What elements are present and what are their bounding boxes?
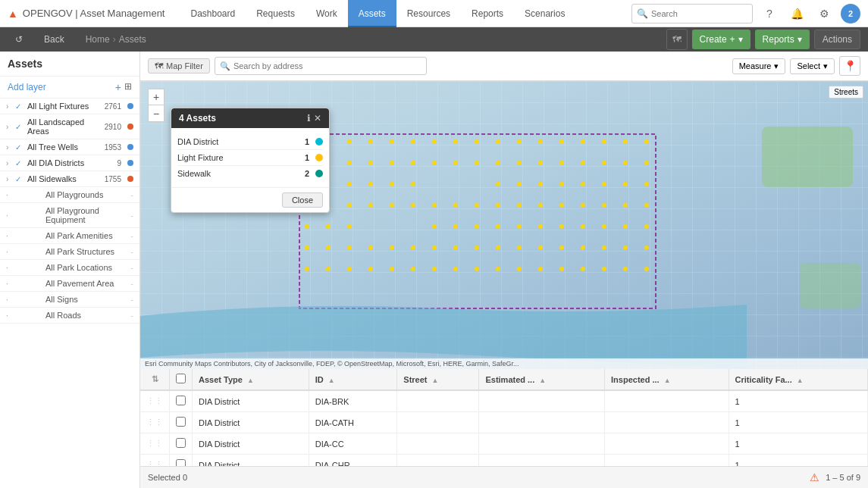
refresh-button[interactable]: ↺ (8, 30, 30, 48)
criticality-column-header[interactable]: Criticality Fa... ▲ (729, 369, 867, 390)
global-search-input[interactable] (651, 9, 750, 18)
svg-point-41 (453, 203, 458, 208)
sidebar-item-park-locations[interactable]: · All Park Locations - (0, 260, 139, 276)
nav-requests[interactable]: Requests (246, 0, 306, 27)
svg-point-63 (538, 224, 543, 229)
map-area[interactable]: Streets + − 4 Assets ℹ ✕ (140, 81, 868, 369)
nav-scenarios[interactable]: Scenarios (514, 0, 575, 27)
select-all-checkbox[interactable] (176, 374, 186, 383)
search-icon: 🔍 (220, 61, 230, 71)
row-checkbox[interactable] (176, 459, 186, 466)
svg-point-19 (368, 182, 373, 186)
drag-icon: ⋮⋮ (146, 418, 163, 427)
sidebar-item-park-structures[interactable]: · All Park Structures - (0, 244, 139, 260)
table-row[interactable]: ⋮⋮ DIA District DIA-CC 1 (140, 433, 868, 455)
nav-reports[interactable]: Reports (461, 0, 514, 27)
estimated-column-header[interactable]: Estimated ... ▲ (479, 369, 605, 390)
add-icon[interactable]: + (115, 81, 121, 93)
row-drag: ⋮⋮ (140, 390, 170, 412)
svg-point-113 (644, 267, 649, 271)
sidebar-item-pavement-area[interactable]: · All Pavement Area - (0, 276, 139, 292)
actions-button[interactable]: Actions (814, 30, 860, 49)
sidebar-item-playground-equipment[interactable]: · All Playground Equipment - (0, 203, 139, 228)
streets-label[interactable]: Streets (829, 86, 863, 99)
popup-close-button[interactable]: Close (282, 192, 323, 208)
street-column-header[interactable]: Street ▲ (397, 369, 479, 390)
asset-type-column-header[interactable]: Asset Type ▲ (193, 369, 309, 390)
user-avatar[interactable]: 2 (841, 4, 860, 23)
select-chevron-icon: ▾ (823, 61, 828, 71)
select-button[interactable]: Select ▾ (790, 58, 835, 74)
popup-close-button[interactable]: ✕ (314, 113, 321, 124)
table-row[interactable]: ⋮⋮ DIA District DIA-BRK 1 (140, 390, 868, 412)
create-button[interactable]: Create + ▾ (692, 30, 750, 49)
zoom-in-button[interactable]: + (148, 89, 165, 105)
svg-point-60 (538, 203, 543, 208)
back-button[interactable]: Back (36, 30, 72, 48)
expand-icon: › (6, 159, 12, 167)
map-search[interactable]: 🔍 (215, 57, 427, 75)
reports-button[interactable]: Reports ▾ (755, 30, 810, 49)
map-filter-button[interactable]: 🗺 Map Filter (148, 58, 210, 74)
svg-point-80 (581, 224, 585, 229)
sidebar-item-signs[interactable]: · All Signs - (0, 292, 139, 308)
zoom-out-button[interactable]: − (148, 105, 165, 122)
row-checkbox[interactable] (176, 396, 186, 405)
sort-icon: ▲ (797, 377, 804, 384)
breadcrumb: Home › Assets (86, 34, 660, 45)
popup-row-fixture[interactable]: Light Fixture 1 (177, 150, 323, 166)
table-row[interactable]: ⋮⋮ DIA District DIA-CHR 1 (140, 455, 868, 467)
sidebar-item-sidewalks[interactable]: › ✓ All Sidewalks 1755 (0, 171, 139, 187)
app-logo[interactable]: ▲ OPENGOV | Asset Management (8, 8, 165, 20)
svg-point-111 (602, 267, 606, 271)
location-button[interactable]: 📍 (839, 56, 860, 76)
sidebar-item-playgrounds[interactable]: · All Playgrounds - (0, 187, 139, 203)
notifications-button[interactable]: 🔔 (786, 3, 807, 24)
svg-point-25 (432, 161, 437, 165)
nav-resources[interactable]: Resources (396, 0, 461, 27)
sidebar-item-roads[interactable]: · All Roads - (0, 308, 139, 324)
nav-assets[interactable]: Assets (348, 0, 396, 27)
measure-button[interactable]: Measure ▾ (732, 58, 786, 74)
layer-label: All Landscaped Areas (27, 117, 102, 136)
add-layer-button[interactable]: Add layer (8, 82, 46, 92)
table-row[interactable]: ⋮⋮ DIA District DIA-CATH 1 (140, 412, 868, 433)
popup-info-button[interactable]: ℹ (307, 113, 311, 124)
inspected-column-header[interactable]: Inspected ... ▲ (605, 369, 729, 390)
row-checkbox-cell[interactable] (170, 390, 193, 412)
check-icon: ✓ (15, 175, 24, 183)
breadcrumb-home[interactable]: Home (86, 34, 110, 45)
svg-point-79 (559, 224, 564, 229)
popup-row-dia[interactable]: DIA District 1 (177, 134, 323, 150)
sidebar-item-dia-districts[interactable]: › ✓ All DIA Districts 9 (0, 155, 139, 171)
nav-work[interactable]: Work (306, 0, 348, 27)
popup-row-sidewalk[interactable]: Sidewalk 2 (177, 166, 323, 181)
nav-right: 🔍 ? 🔔 ⚙ 2 (631, 3, 860, 24)
id-column-header[interactable]: ID ▲ (309, 369, 397, 390)
row-checkbox-cell[interactable] (170, 433, 193, 455)
sidebar-item-tree-wells[interactable]: › ✓ All Tree Wells 1953 (0, 139, 139, 155)
layer-label: All Park Locations (27, 263, 127, 272)
sidebar-item-park-amenities[interactable]: · All Park Amenities - (0, 228, 139, 244)
select-all-header[interactable] (170, 369, 193, 390)
row-checkbox-cell[interactable] (170, 412, 193, 433)
layers-icon[interactable]: ⊞ (124, 81, 132, 93)
sidebar-item-landscaped-areas[interactable]: › ✓ All Landscaped Areas 2910 (0, 114, 139, 139)
layer-dot (127, 124, 133, 130)
map-toggle-button[interactable]: 🗺 (666, 29, 688, 50)
breadcrumb-assets[interactable]: Assets (119, 34, 146, 45)
svg-point-34 (305, 246, 309, 250)
help-button[interactable]: ? (759, 3, 780, 24)
global-search[interactable]: 🔍 (631, 4, 753, 23)
row-checkbox[interactable] (176, 438, 186, 448)
drag-icon: ⋮⋮ (146, 396, 163, 405)
map-search-input[interactable] (233, 61, 421, 70)
row-checkbox-cell[interactable] (170, 455, 193, 467)
sidebar-item-light-fixtures[interactable]: › ✓ All Light Fixtures 2761 (0, 99, 139, 114)
nav-dashboard[interactable]: Dashboard (180, 0, 246, 27)
row-checkbox[interactable] (176, 417, 186, 427)
svg-point-21 (411, 182, 415, 186)
layer-dash: - (130, 211, 133, 220)
settings-button[interactable]: ⚙ (813, 3, 835, 24)
layer-dot (127, 176, 133, 182)
